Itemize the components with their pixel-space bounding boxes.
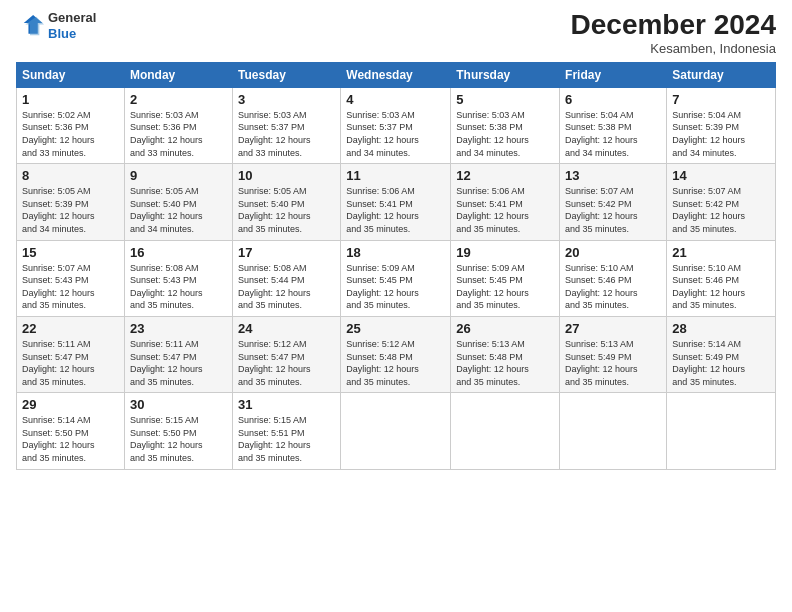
day-info: Sunrise: 5:05 AMSunset: 5:39 PMDaylight:…	[22, 185, 119, 235]
calendar-cell: 17Sunrise: 5:08 AMSunset: 5:44 PMDayligh…	[233, 240, 341, 316]
calendar-cell	[341, 393, 451, 469]
logo-general: General	[48, 10, 96, 25]
day-number: 15	[22, 245, 119, 260]
day-number: 25	[346, 321, 445, 336]
calendar-cell: 2Sunrise: 5:03 AMSunset: 5:36 PMDaylight…	[124, 87, 232, 163]
day-info: Sunrise: 5:06 AMSunset: 5:41 PMDaylight:…	[456, 185, 554, 235]
weekday-header-friday: Friday	[560, 62, 667, 87]
calendar-cell: 26Sunrise: 5:13 AMSunset: 5:48 PMDayligh…	[451, 316, 560, 392]
day-info: Sunrise: 5:12 AMSunset: 5:47 PMDaylight:…	[238, 338, 335, 388]
week-row-3: 15Sunrise: 5:07 AMSunset: 5:43 PMDayligh…	[17, 240, 776, 316]
day-number: 8	[22, 168, 119, 183]
day-info: Sunrise: 5:05 AMSunset: 5:40 PMDaylight:…	[130, 185, 227, 235]
calendar-cell: 29Sunrise: 5:14 AMSunset: 5:50 PMDayligh…	[17, 393, 125, 469]
calendar-cell: 1Sunrise: 5:02 AMSunset: 5:36 PMDaylight…	[17, 87, 125, 163]
calendar-cell: 23Sunrise: 5:11 AMSunset: 5:47 PMDayligh…	[124, 316, 232, 392]
day-number: 18	[346, 245, 445, 260]
weekday-header-tuesday: Tuesday	[233, 62, 341, 87]
calendar-cell	[560, 393, 667, 469]
day-info: Sunrise: 5:03 AMSunset: 5:37 PMDaylight:…	[346, 109, 445, 159]
week-row-5: 29Sunrise: 5:14 AMSunset: 5:50 PMDayligh…	[17, 393, 776, 469]
day-number: 5	[456, 92, 554, 107]
calendar-cell: 6Sunrise: 5:04 AMSunset: 5:38 PMDaylight…	[560, 87, 667, 163]
calendar-cell: 8Sunrise: 5:05 AMSunset: 5:39 PMDaylight…	[17, 164, 125, 240]
day-number: 26	[456, 321, 554, 336]
day-info: Sunrise: 5:12 AMSunset: 5:48 PMDaylight:…	[346, 338, 445, 388]
logo-icon	[16, 12, 44, 40]
day-number: 20	[565, 245, 661, 260]
day-info: Sunrise: 5:03 AMSunset: 5:36 PMDaylight:…	[130, 109, 227, 159]
week-row-2: 8Sunrise: 5:05 AMSunset: 5:39 PMDaylight…	[17, 164, 776, 240]
day-number: 13	[565, 168, 661, 183]
day-info: Sunrise: 5:09 AMSunset: 5:45 PMDaylight:…	[456, 262, 554, 312]
calendar: SundayMondayTuesdayWednesdayThursdayFrid…	[16, 62, 776, 470]
week-row-4: 22Sunrise: 5:11 AMSunset: 5:47 PMDayligh…	[17, 316, 776, 392]
logo-text: General Blue	[48, 10, 96, 41]
day-info: Sunrise: 5:08 AMSunset: 5:43 PMDaylight:…	[130, 262, 227, 312]
calendar-cell: 18Sunrise: 5:09 AMSunset: 5:45 PMDayligh…	[341, 240, 451, 316]
calendar-cell: 31Sunrise: 5:15 AMSunset: 5:51 PMDayligh…	[233, 393, 341, 469]
day-number: 27	[565, 321, 661, 336]
logo-blue: Blue	[48, 26, 76, 41]
day-number: 4	[346, 92, 445, 107]
calendar-header-row: SundayMondayTuesdayWednesdayThursdayFrid…	[17, 62, 776, 87]
header: General Blue December 2024 Kesamben, Ind…	[16, 10, 776, 56]
day-number: 31	[238, 397, 335, 412]
page: General Blue December 2024 Kesamben, Ind…	[0, 0, 792, 612]
day-number: 7	[672, 92, 770, 107]
calendar-cell	[451, 393, 560, 469]
day-info: Sunrise: 5:08 AMSunset: 5:44 PMDaylight:…	[238, 262, 335, 312]
day-info: Sunrise: 5:05 AMSunset: 5:40 PMDaylight:…	[238, 185, 335, 235]
calendar-cell	[667, 393, 776, 469]
calendar-cell: 30Sunrise: 5:15 AMSunset: 5:50 PMDayligh…	[124, 393, 232, 469]
day-info: Sunrise: 5:03 AMSunset: 5:37 PMDaylight:…	[238, 109, 335, 159]
calendar-cell: 5Sunrise: 5:03 AMSunset: 5:38 PMDaylight…	[451, 87, 560, 163]
day-info: Sunrise: 5:06 AMSunset: 5:41 PMDaylight:…	[346, 185, 445, 235]
day-info: Sunrise: 5:04 AMSunset: 5:39 PMDaylight:…	[672, 109, 770, 159]
month-title: December 2024	[571, 10, 776, 41]
day-number: 2	[130, 92, 227, 107]
day-info: Sunrise: 5:13 AMSunset: 5:49 PMDaylight:…	[565, 338, 661, 388]
calendar-cell: 13Sunrise: 5:07 AMSunset: 5:42 PMDayligh…	[560, 164, 667, 240]
day-info: Sunrise: 5:07 AMSunset: 5:42 PMDaylight:…	[672, 185, 770, 235]
day-number: 29	[22, 397, 119, 412]
day-info: Sunrise: 5:07 AMSunset: 5:42 PMDaylight:…	[565, 185, 661, 235]
calendar-cell: 15Sunrise: 5:07 AMSunset: 5:43 PMDayligh…	[17, 240, 125, 316]
day-number: 19	[456, 245, 554, 260]
day-number: 17	[238, 245, 335, 260]
weekday-header-wednesday: Wednesday	[341, 62, 451, 87]
calendar-cell: 10Sunrise: 5:05 AMSunset: 5:40 PMDayligh…	[233, 164, 341, 240]
calendar-cell: 25Sunrise: 5:12 AMSunset: 5:48 PMDayligh…	[341, 316, 451, 392]
day-info: Sunrise: 5:14 AMSunset: 5:49 PMDaylight:…	[672, 338, 770, 388]
calendar-cell: 24Sunrise: 5:12 AMSunset: 5:47 PMDayligh…	[233, 316, 341, 392]
calendar-cell: 4Sunrise: 5:03 AMSunset: 5:37 PMDaylight…	[341, 87, 451, 163]
calendar-cell: 12Sunrise: 5:06 AMSunset: 5:41 PMDayligh…	[451, 164, 560, 240]
week-row-1: 1Sunrise: 5:02 AMSunset: 5:36 PMDaylight…	[17, 87, 776, 163]
day-number: 22	[22, 321, 119, 336]
calendar-cell: 16Sunrise: 5:08 AMSunset: 5:43 PMDayligh…	[124, 240, 232, 316]
calendar-cell: 22Sunrise: 5:11 AMSunset: 5:47 PMDayligh…	[17, 316, 125, 392]
day-info: Sunrise: 5:09 AMSunset: 5:45 PMDaylight:…	[346, 262, 445, 312]
day-number: 23	[130, 321, 227, 336]
day-info: Sunrise: 5:11 AMSunset: 5:47 PMDaylight:…	[130, 338, 227, 388]
calendar-cell: 19Sunrise: 5:09 AMSunset: 5:45 PMDayligh…	[451, 240, 560, 316]
day-info: Sunrise: 5:02 AMSunset: 5:36 PMDaylight:…	[22, 109, 119, 159]
day-number: 30	[130, 397, 227, 412]
day-number: 16	[130, 245, 227, 260]
day-number: 14	[672, 168, 770, 183]
day-info: Sunrise: 5:15 AMSunset: 5:50 PMDaylight:…	[130, 414, 227, 464]
day-number: 11	[346, 168, 445, 183]
day-number: 1	[22, 92, 119, 107]
calendar-cell: 28Sunrise: 5:14 AMSunset: 5:49 PMDayligh…	[667, 316, 776, 392]
day-info: Sunrise: 5:04 AMSunset: 5:38 PMDaylight:…	[565, 109, 661, 159]
day-number: 6	[565, 92, 661, 107]
day-info: Sunrise: 5:03 AMSunset: 5:38 PMDaylight:…	[456, 109, 554, 159]
calendar-cell: 11Sunrise: 5:06 AMSunset: 5:41 PMDayligh…	[341, 164, 451, 240]
day-info: Sunrise: 5:11 AMSunset: 5:47 PMDaylight:…	[22, 338, 119, 388]
day-info: Sunrise: 5:13 AMSunset: 5:48 PMDaylight:…	[456, 338, 554, 388]
day-number: 3	[238, 92, 335, 107]
day-number: 12	[456, 168, 554, 183]
title-block: December 2024 Kesamben, Indonesia	[571, 10, 776, 56]
calendar-cell: 14Sunrise: 5:07 AMSunset: 5:42 PMDayligh…	[667, 164, 776, 240]
day-info: Sunrise: 5:10 AMSunset: 5:46 PMDaylight:…	[672, 262, 770, 312]
